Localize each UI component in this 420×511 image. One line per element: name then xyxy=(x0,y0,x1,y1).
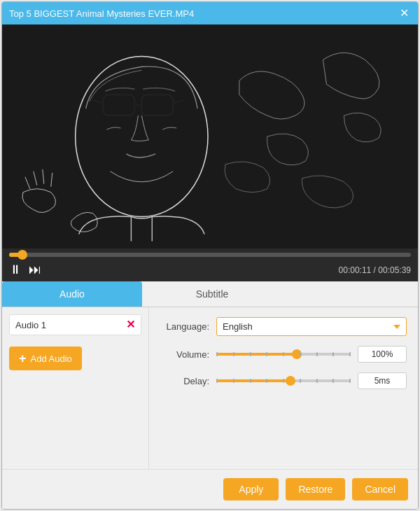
controls-bar: ⏸ ⏭ 00:00:11 / 00:05:39 xyxy=(2,248,418,281)
volume-label: Volume: xyxy=(160,349,209,360)
skip-button[interactable]: ⏭ xyxy=(29,262,41,277)
current-time: 00:00:11 xyxy=(339,265,372,275)
total-time: 00:05:39 xyxy=(378,265,411,275)
video-area xyxy=(2,24,418,248)
language-row: Language: English French German Spanish … xyxy=(160,317,407,336)
delay-value[interactable] xyxy=(358,372,407,389)
language-label: Language: xyxy=(160,321,209,332)
tabs-row: Audio Subtitle xyxy=(2,281,418,307)
volume-slider-track[interactable] xyxy=(216,353,351,356)
right-panel: Language: English French German Spanish … xyxy=(149,307,418,469)
plus-icon: + xyxy=(19,352,27,365)
volume-row: Volume: xyxy=(160,346,407,363)
add-audio-label: Add Audio xyxy=(31,354,72,364)
add-audio-button[interactable]: + Add Audio xyxy=(9,346,82,370)
delay-row: Delay: xyxy=(160,372,407,389)
cancel-button[interactable]: Cancel xyxy=(352,478,408,500)
bottom-bar: Apply Restore Cancel xyxy=(2,469,418,509)
audio-item-1: Audio 1 ✕ xyxy=(9,314,141,335)
window-title: Top 5 BIGGEST Animal Mysteries EVER.MP4 xyxy=(9,8,194,19)
volume-value[interactable] xyxy=(358,346,407,363)
svg-rect-0 xyxy=(2,25,418,248)
content-area: Audio 1 ✕ + Add Audio Language: English … xyxy=(2,307,418,469)
volume-slider-container xyxy=(216,353,351,356)
volume-ticks xyxy=(216,352,351,356)
time-display: 00:00:11 / 00:05:39 xyxy=(339,265,411,275)
controls-bottom: ⏸ ⏭ 00:00:11 / 00:05:39 xyxy=(9,262,411,277)
left-panel: Audio 1 ✕ + Add Audio xyxy=(2,307,149,469)
playback-buttons: ⏸ ⏭ xyxy=(9,262,41,277)
play-pause-button[interactable]: ⏸ xyxy=(9,262,22,277)
delay-slider-container xyxy=(216,379,351,382)
title-bar: Top 5 BIGGEST Animal Mysteries EVER.MP4 … xyxy=(2,2,418,24)
tabs-area: Audio Subtitle xyxy=(2,281,418,307)
audio-item-label: Audio 1 xyxy=(15,320,46,330)
video-frame xyxy=(2,24,418,248)
language-select[interactable]: English French German Spanish Japanese C… xyxy=(216,317,407,336)
progress-thumb xyxy=(18,250,27,260)
restore-button[interactable]: Restore xyxy=(286,478,345,500)
delay-ticks xyxy=(216,379,351,383)
apply-button[interactable]: Apply xyxy=(223,478,279,500)
close-button[interactable]: ✕ xyxy=(397,6,411,20)
delay-label: Delay: xyxy=(160,376,209,386)
delay-slider-track[interactable] xyxy=(216,379,351,382)
tab-subtitle[interactable]: Subtitle xyxy=(142,281,282,307)
audio-remove-button[interactable]: ✕ xyxy=(126,319,135,330)
progress-bar[interactable] xyxy=(9,253,411,257)
tab-audio[interactable]: Audio xyxy=(2,281,142,307)
main-window: Top 5 BIGGEST Animal Mysteries EVER.MP4 … xyxy=(1,1,419,510)
